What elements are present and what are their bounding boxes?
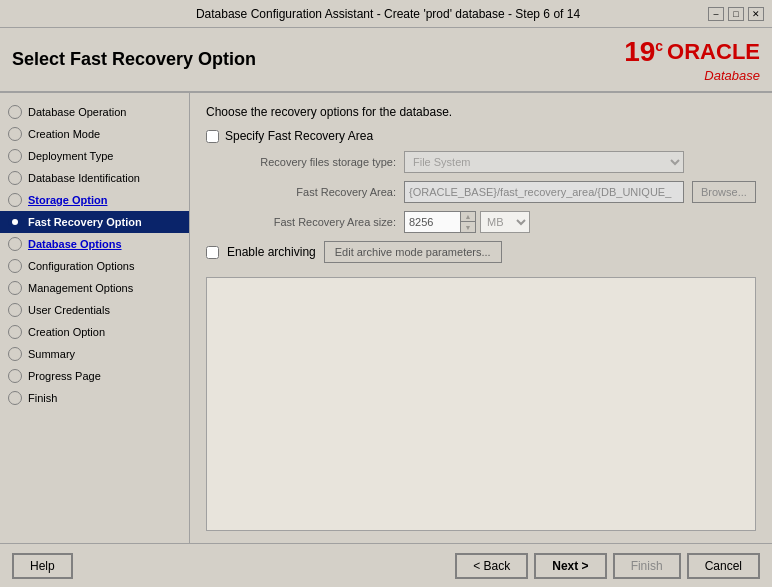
sidebar-label-database-identification: Database Identification (28, 172, 140, 184)
sidebar-bullet-configuration-options (8, 259, 22, 273)
finish-button[interactable]: Finish (613, 553, 681, 579)
footer-left: Help (12, 553, 73, 579)
sidebar-item-database-options[interactable]: Database Options (0, 233, 189, 255)
storage-type-row: Recovery files storage type: File System (226, 151, 756, 173)
storage-type-label: Recovery files storage type: (226, 156, 396, 168)
sidebar-bullet-database-identification (8, 171, 22, 185)
sidebar-bullet-creation-option (8, 325, 22, 339)
sidebar-bullet-fast-recovery-option (8, 215, 22, 229)
sidebar-item-storage-option[interactable]: Storage Option (0, 189, 189, 211)
sidebar-item-fast-recovery-option[interactable]: Fast Recovery Option (0, 211, 189, 233)
sidebar-bullet-user-credentials (8, 303, 22, 317)
back-button[interactable]: < Back (455, 553, 528, 579)
fra-size-label: Fast Recovery Area size: (226, 216, 396, 228)
sidebar-label-storage-option: Storage Option (28, 194, 107, 206)
title-bar-title: Database Configuration Assistant - Creat… (68, 7, 708, 21)
fra-unit-select[interactable]: MB GB TB (480, 211, 530, 233)
sidebar-label-creation-option: Creation Option (28, 326, 105, 338)
sidebar-item-database-operation[interactable]: Database Operation (0, 101, 189, 123)
next-button[interactable]: Next > (534, 553, 606, 579)
sidebar-item-creation-option[interactable]: Creation Option (0, 321, 189, 343)
sidebar-item-management-options[interactable]: Management Options (0, 277, 189, 299)
sidebar-bullet-summary (8, 347, 22, 361)
oracle-name: ORACLE (667, 39, 760, 65)
specify-fra-row: Specify Fast Recovery Area (206, 129, 756, 143)
sidebar-label-user-credentials: User Credentials (28, 304, 110, 316)
close-button[interactable]: ✕ (748, 7, 764, 21)
fra-size-controls: ▲ ▼ MB GB TB (404, 211, 530, 233)
footer: Help < Back Next > Finish Cancel (0, 543, 772, 587)
sidebar-item-deployment-type[interactable]: Deployment Type (0, 145, 189, 167)
oracle-sub: Database (704, 68, 760, 83)
sidebar-bullet-finish (8, 391, 22, 405)
cancel-button[interactable]: Cancel (687, 553, 760, 579)
maximize-button[interactable]: □ (728, 7, 744, 21)
fra-path-row: Fast Recovery Area: Browse... (226, 181, 756, 203)
sidebar-label-summary: Summary (28, 348, 75, 360)
form-section: Specify Fast Recovery Area Recovery file… (206, 129, 756, 263)
sidebar-item-user-credentials[interactable]: User Credentials (0, 299, 189, 321)
fra-path-label: Fast Recovery Area: (226, 186, 396, 198)
instructions-text: Choose the recovery options for the data… (206, 105, 756, 119)
footer-right: < Back Next > Finish Cancel (455, 553, 760, 579)
info-box (206, 277, 756, 531)
sidebar-bullet-deployment-type (8, 149, 22, 163)
oracle-logo: 19c ORACLE Database (624, 36, 760, 83)
main-window: Select Fast Recovery Option 19c ORACLE D… (0, 28, 772, 587)
title-bar-buttons: – □ ✕ (708, 7, 764, 21)
fra-size-spinner: ▲ ▼ (404, 211, 476, 233)
oracle-version: 19c (624, 36, 663, 68)
sidebar-item-summary[interactable]: Summary (0, 343, 189, 365)
sidebar-label-deployment-type: Deployment Type (28, 150, 113, 162)
sidebar-bullet-progress-page (8, 369, 22, 383)
browse-button[interactable]: Browse... (692, 181, 756, 203)
sidebar-bullet-management-options (8, 281, 22, 295)
specify-fra-label[interactable]: Specify Fast Recovery Area (225, 129, 373, 143)
sidebar-bullet-creation-mode (8, 127, 22, 141)
minimize-button[interactable]: – (708, 7, 724, 21)
fra-size-input[interactable] (405, 212, 460, 232)
archive-row: Enable archiving Edit archive mode param… (206, 241, 756, 263)
sidebar-label-fast-recovery-option: Fast Recovery Option (28, 216, 142, 228)
content-area: Database OperationCreation ModeDeploymen… (0, 93, 772, 543)
sidebar-item-database-identification[interactable]: Database Identification (0, 167, 189, 189)
sidebar-bullet-database-options (8, 237, 22, 251)
sidebar-label-progress-page: Progress Page (28, 370, 101, 382)
sidebar-label-creation-mode: Creation Mode (28, 128, 100, 140)
sidebar-bullet-storage-option (8, 193, 22, 207)
sidebar-bullet-database-operation (8, 105, 22, 119)
sidebar-item-progress-page[interactable]: Progress Page (0, 365, 189, 387)
sidebar-item-creation-mode[interactable]: Creation Mode (0, 123, 189, 145)
enable-archiving-checkbox[interactable] (206, 246, 219, 259)
sidebar: Database OperationCreation ModeDeploymen… (0, 93, 190, 543)
storage-type-select[interactable]: File System (404, 151, 684, 173)
sidebar-item-configuration-options[interactable]: Configuration Options (0, 255, 189, 277)
edit-archive-mode-button[interactable]: Edit archive mode parameters... (324, 241, 502, 263)
page-title: Select Fast Recovery Option (12, 49, 256, 70)
help-button[interactable]: Help (12, 553, 73, 579)
sidebar-label-database-options: Database Options (28, 238, 122, 250)
header: Select Fast Recovery Option 19c ORACLE D… (0, 28, 772, 93)
fra-size-row: Fast Recovery Area size: ▲ ▼ MB GB (226, 211, 756, 233)
sidebar-item-finish[interactable]: Finish (0, 387, 189, 409)
sidebar-label-configuration-options: Configuration Options (28, 260, 134, 272)
size-down-button[interactable]: ▼ (461, 222, 475, 232)
main-panel: Choose the recovery options for the data… (190, 93, 772, 543)
sidebar-label-database-operation: Database Operation (28, 106, 126, 118)
sidebar-label-finish: Finish (28, 392, 57, 404)
sidebar-label-management-options: Management Options (28, 282, 133, 294)
fra-path-input[interactable] (404, 181, 684, 203)
specify-fra-checkbox[interactable] (206, 130, 219, 143)
title-bar: Database Configuration Assistant - Creat… (0, 0, 772, 28)
size-up-button[interactable]: ▲ (461, 212, 475, 222)
enable-archiving-label[interactable]: Enable archiving (227, 245, 316, 259)
